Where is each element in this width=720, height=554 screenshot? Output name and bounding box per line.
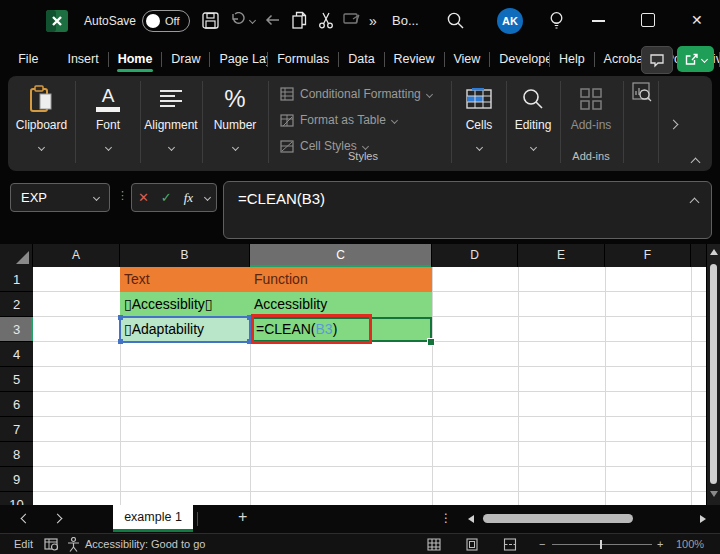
row-header-9[interactable]: 9: [0, 467, 33, 492]
cell-b1[interactable]: Text: [120, 267, 250, 292]
format-painter-icon[interactable]: [343, 13, 361, 31]
hscroll-left-arrow[interactable]: [468, 515, 474, 523]
conditional-formatting-button[interactable]: Conditional Formatting: [280, 84, 432, 104]
insert-function-button[interactable]: fx: [184, 190, 193, 206]
column-header-b[interactable]: B: [120, 244, 250, 267]
row-header-3[interactable]: 3: [0, 317, 33, 342]
row-header-4[interactable]: 4: [0, 342, 33, 367]
document-title: Bo...: [392, 13, 419, 28]
tab-page-layout[interactable]: Page Layout: [210, 43, 267, 75]
tab-help[interactable]: Help: [550, 43, 594, 75]
sheet-tab-active[interactable]: example 1: [113, 505, 193, 532]
editing-group-button[interactable]: Editing: [508, 83, 558, 142]
row-header-1[interactable]: 1: [0, 267, 33, 292]
cells-group-button[interactable]: Cells: [454, 83, 504, 142]
previous-sheet-button[interactable]: [21, 514, 31, 524]
accessibility-status[interactable]: Accessibility: Good to go: [67, 534, 205, 554]
accessibility-icon: [67, 537, 80, 552]
vertical-scroll-thumb[interactable]: [710, 264, 717, 484]
zoom-slider-thumb[interactable]: [600, 540, 602, 549]
cell-b2[interactable]: ▯Accessiblity▯: [120, 292, 250, 317]
addins-group-button[interactable]: Add-ins: [562, 83, 620, 132]
copy-button[interactable]: [292, 11, 309, 33]
row-header-6[interactable]: 6: [0, 392, 33, 417]
autosave-toggle[interactable]: Off: [142, 10, 190, 32]
excel-logo-icon[interactable]: [46, 10, 68, 36]
formula-bar-input[interactable]: =CLEAN(B3): [223, 181, 712, 239]
sheet-options-button[interactable]: ⋮: [440, 511, 452, 525]
cell-area[interactable]: Text Function ▯Accessiblity▯ Accessiblit…: [33, 267, 706, 505]
alignment-group-button[interactable]: Alignment: [142, 83, 200, 142]
scroll-up-arrow[interactable]: [710, 249, 718, 255]
format-as-table-icon: [280, 113, 294, 127]
scroll-down-arrow[interactable]: [710, 491, 718, 497]
cells-icon: [454, 83, 504, 115]
macro-record-icon[interactable]: [44, 534, 59, 554]
tab-developer[interactable]: Developer: [490, 43, 549, 75]
tab-view[interactable]: View: [444, 43, 489, 75]
cell-c1[interactable]: Function: [250, 267, 432, 292]
fill-handle[interactable]: [427, 338, 435, 346]
minimize-button[interactable]: [592, 20, 605, 22]
chevron-right-icon: [669, 120, 679, 130]
page-layout-view-button[interactable]: [465, 534, 479, 554]
cancel-button[interactable]: ✕: [138, 190, 149, 205]
ribbon-overflow-button[interactable]: [670, 114, 677, 132]
search-icon[interactable]: [446, 11, 465, 34]
zoom-level[interactable]: 100%: [676, 534, 704, 554]
tab-formulas[interactable]: Formulas: [268, 43, 338, 75]
zoom-slider-track[interactable]: [552, 544, 652, 545]
tab-review[interactable]: Review: [385, 43, 444, 75]
zoom-in-button[interactable]: +: [657, 534, 663, 554]
number-group-button[interactable]: % Number: [204, 83, 266, 142]
magnifier-icon: [508, 83, 558, 115]
horizontal-scroll-thumb[interactable]: [483, 514, 633, 523]
comments-button[interactable]: [641, 46, 673, 74]
save-button[interactable]: [202, 12, 219, 33]
maximize-button[interactable]: [641, 13, 655, 27]
name-box[interactable]: EXP: [10, 183, 110, 212]
cut-icon[interactable]: [318, 11, 334, 33]
tab-insert[interactable]: Insert: [58, 43, 107, 75]
format-as-table-button[interactable]: Format as Table: [280, 110, 397, 130]
avatar[interactable]: AK: [497, 8, 523, 34]
add-sheet-button[interactable]: +: [238, 508, 247, 526]
row-header-8[interactable]: 8: [0, 442, 33, 467]
zoom-out-button[interactable]: −: [539, 534, 545, 554]
next-sheet-button[interactable]: [53, 514, 63, 524]
column-header-a[interactable]: A: [33, 244, 120, 267]
row-header-7[interactable]: 7: [0, 417, 33, 442]
enter-button[interactable]: ✓: [161, 190, 172, 205]
title-bar: AutoSave Off » Bo... AK ✕: [0, 0, 720, 42]
tab-home[interactable]: Home: [109, 43, 162, 75]
tab-file[interactable]: File: [9, 43, 47, 75]
row-header-2[interactable]: 2: [0, 292, 33, 317]
normal-view-button[interactable]: [427, 534, 441, 554]
hscroll-right-arrow[interactable]: [700, 515, 706, 523]
tab-draw[interactable]: Draw: [162, 43, 209, 75]
clipboard-group-button[interactable]: Clipboard: [10, 83, 73, 142]
page-break-view-button[interactable]: [503, 534, 517, 554]
undo-button[interactable]: [230, 12, 255, 28]
select-all-corner[interactable]: [0, 244, 33, 267]
row-header-5[interactable]: 5: [0, 367, 33, 392]
analyze-data-icon[interactable]: [632, 82, 652, 106]
lightbulb-icon[interactable]: [548, 10, 565, 35]
resize-handle[interactable]: ⋮: [117, 189, 128, 202]
column-header-e[interactable]: E: [518, 244, 605, 267]
collapse-formula-bar-button[interactable]: [691, 192, 698, 209]
back-arrow-button[interactable]: [264, 12, 281, 32]
column-header-d[interactable]: D: [432, 244, 518, 267]
tab-data[interactable]: Data: [339, 43, 383, 75]
column-header-c[interactable]: C: [250, 244, 432, 267]
font-icon: A: [78, 83, 138, 115]
vertical-scrollbar[interactable]: [706, 244, 720, 505]
column-header-f[interactable]: F: [605, 244, 691, 267]
addins-group-label: Add-ins: [562, 150, 620, 162]
collapse-ribbon-button[interactable]: [692, 152, 699, 170]
row-header-10[interactable]: 10: [0, 492, 33, 505]
close-button[interactable]: ✕: [691, 12, 703, 28]
font-group-button[interactable]: A Font: [78, 83, 138, 142]
share-button[interactable]: [677, 46, 714, 72]
more-commands-button[interactable]: »: [369, 13, 377, 29]
